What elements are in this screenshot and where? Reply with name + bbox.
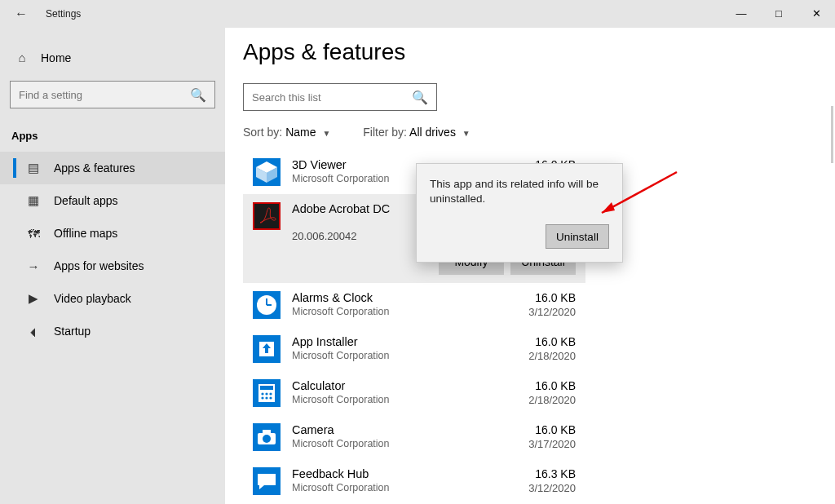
- installer-icon: [253, 335, 281, 363]
- svg-point-16: [269, 396, 272, 399]
- window-title: Settings: [46, 8, 81, 20]
- close-button[interactable]: ✕: [797, 0, 835, 26]
- home-nav[interactable]: ⌂ Home: [0, 42, 225, 73]
- maximize-button[interactable]: □: [760, 0, 797, 26]
- app-row[interactable]: CalculatorMicrosoft Corporation16.0 KB2/…: [243, 371, 585, 415]
- nav-icon: 🗺: [26, 227, 41, 241]
- nav-icon: ⏴: [26, 325, 41, 338]
- app-size: 16.0 KB: [510, 335, 576, 348]
- popup-message: This app and its related info will be un…: [430, 177, 609, 206]
- nav-label: Default apps: [54, 194, 118, 207]
- app-size: 16.0 KB: [510, 423, 576, 436]
- cube-icon: [253, 158, 281, 186]
- chevron-down-icon: ▼: [322, 129, 330, 138]
- app-name: App Installer: [292, 335, 510, 348]
- app-row[interactable]: App InstallerMicrosoft Corporation16.0 K…: [243, 327, 585, 371]
- nav-label: Video playback: [54, 292, 131, 305]
- app-name: Camera: [292, 423, 510, 436]
- sidebar-item-startup[interactable]: ⏴Startup: [0, 315, 225, 347]
- app-name: Calculator: [292, 379, 510, 392]
- calc-icon: [253, 379, 281, 407]
- content-area: Apps & features 🔍 Sort by: Name ▼ Filter…: [243, 39, 830, 504]
- home-icon: ⌂: [15, 51, 29, 64]
- search-icon: 🔍: [190, 87, 206, 103]
- app-row[interactable]: CameraMicrosoft Corporation16.0 KB3/17/2…: [243, 415, 585, 459]
- camera-icon: [253, 423, 281, 451]
- nav-label: Apps & features: [54, 161, 135, 175]
- sidebar-item-default-apps[interactable]: ▦Default apps: [0, 184, 225, 217]
- apps-search-input[interactable]: [252, 91, 412, 104]
- feedback-icon: [253, 467, 281, 495]
- sidebar-item-apps-features[interactable]: ▤Apps & features: [0, 152, 225, 184]
- app-size: 16.3 KB: [510, 467, 576, 480]
- filter-control[interactable]: Filter by: All drives ▼: [363, 126, 470, 139]
- nav-icon: ▶: [26, 291, 41, 306]
- back-button[interactable]: ←: [15, 7, 28, 21]
- app-publisher: Microsoft Corporation: [292, 438, 510, 449]
- svg-point-11: [261, 392, 263, 395]
- svg-rect-8: [265, 348, 268, 353]
- nav-icon: ▤: [26, 161, 41, 175]
- scrollbar[interactable]: [831, 106, 833, 163]
- svg-point-15: [265, 396, 267, 399]
- nav-label: Offline maps: [54, 227, 117, 240]
- uninstall-confirm-popup: This app and its related info will be un…: [416, 163, 623, 263]
- sidebar-item-offline-maps[interactable]: 🗺Offline maps: [0, 217, 225, 250]
- svg-point-18: [263, 435, 271, 443]
- svg-rect-19: [263, 430, 271, 434]
- settings-search-input[interactable]: [19, 89, 190, 101]
- app-name: Alarms & Clock: [292, 291, 510, 304]
- popup-uninstall-button[interactable]: Uninstall: [546, 224, 609, 249]
- home-label: Home: [41, 51, 71, 64]
- app-name: Feedback Hub: [292, 467, 510, 480]
- chevron-down-icon: ▼: [462, 129, 471, 138]
- sidebar: ⌂ Home 🔍 Apps ▤Apps & features▦Default a…: [0, 28, 225, 504]
- app-row[interactable]: Alarms & ClockMicrosoft Corporation16.0 …: [243, 283, 585, 327]
- nav-icon: ▦: [26, 193, 41, 208]
- page-title: Apps & features: [243, 39, 830, 65]
- minimize-button[interactable]: —: [722, 0, 760, 26]
- app-date: 2/18/2020: [510, 350, 576, 362]
- app-date: 3/17/2020: [510, 438, 576, 450]
- sort-control[interactable]: Sort by: Name ▼: [243, 126, 330, 139]
- nav-label: Apps for websites: [54, 259, 144, 272]
- nav-icon: →: [26, 259, 41, 273]
- sidebar-item-apps-for-websites[interactable]: →Apps for websites: [0, 250, 225, 282]
- app-publisher: Microsoft Corporation: [292, 482, 510, 493]
- apps-search[interactable]: 🔍: [243, 83, 437, 111]
- title-bar: ← Settings: [0, 0, 835, 28]
- window-controls: — □ ✕: [722, 0, 835, 26]
- app-size: 16.0 KB: [510, 291, 576, 304]
- filter-bar: Sort by: Name ▼ Filter by: All drives ▼: [243, 126, 830, 139]
- app-publisher: Microsoft Corporation: [292, 394, 510, 405]
- app-row[interactable]: Feedback HubMicrosoft Corporation16.3 KB…: [243, 459, 585, 503]
- acrobat-icon: [253, 202, 281, 230]
- svg-rect-10: [260, 386, 273, 390]
- clock-icon: [253, 291, 281, 319]
- app-date: 3/12/2020: [510, 306, 576, 318]
- section-heading: Apps: [0, 123, 225, 152]
- app-date: 3/12/2020: [510, 482, 576, 494]
- svg-point-14: [261, 396, 263, 399]
- app-publisher: Microsoft Corporation: [292, 350, 510, 361]
- app-date: 2/18/2020: [510, 394, 576, 406]
- svg-point-13: [269, 392, 272, 395]
- app-size: 16.0 KB: [510, 379, 576, 392]
- search-icon: 🔍: [412, 90, 428, 105]
- settings-search[interactable]: 🔍: [10, 81, 215, 108]
- svg-point-12: [265, 392, 267, 395]
- nav-label: Startup: [54, 325, 91, 338]
- sidebar-item-video-playback[interactable]: ▶Video playback: [0, 282, 225, 315]
- app-publisher: Microsoft Corporation: [292, 306, 510, 317]
